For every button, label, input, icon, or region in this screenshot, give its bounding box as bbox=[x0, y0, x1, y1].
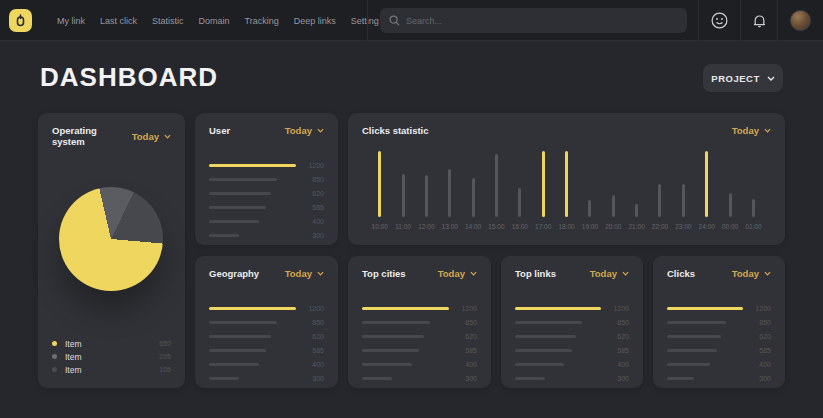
period-dropdown[interactable]: Today bbox=[132, 131, 171, 142]
vbar bbox=[425, 175, 428, 217]
time-label: 23:00 bbox=[675, 223, 691, 230]
hbar-row: 585 bbox=[667, 343, 771, 357]
notifications-button[interactable] bbox=[740, 0, 777, 41]
vbar-wrap bbox=[729, 151, 732, 217]
hbar-value: 400 bbox=[609, 361, 629, 368]
hbar-value: 1200 bbox=[609, 305, 629, 312]
hbar bbox=[362, 335, 424, 338]
project-dropdown-button[interactable]: PROJECT bbox=[703, 64, 783, 92]
search-input[interactable] bbox=[406, 16, 678, 26]
hbar bbox=[515, 335, 576, 338]
hbar bbox=[515, 363, 564, 366]
bell-icon bbox=[752, 13, 767, 29]
hbar-value: 585 bbox=[751, 347, 771, 354]
time-label: 18:00 bbox=[558, 223, 574, 230]
period-dropdown[interactable]: Today bbox=[285, 125, 324, 136]
hbar-track bbox=[667, 335, 743, 338]
vbar-column: 20:00 bbox=[602, 151, 625, 237]
time-label: 14:00 bbox=[465, 223, 481, 230]
vbar-column: 15:00 bbox=[485, 151, 508, 237]
vbar-column: 24:00 bbox=[695, 151, 718, 237]
chevron-down-icon bbox=[470, 271, 477, 276]
hbar-track bbox=[515, 307, 601, 310]
hbar bbox=[209, 321, 277, 324]
period-dropdown[interactable]: Today bbox=[732, 268, 771, 279]
vbar-column: 01:00 bbox=[742, 151, 765, 237]
hbar-value: 400 bbox=[304, 218, 324, 225]
hbar-track bbox=[209, 234, 296, 237]
period-label: Today bbox=[732, 125, 759, 136]
card-title: Geography bbox=[209, 268, 259, 279]
profile-menu[interactable] bbox=[777, 0, 823, 41]
hbar-track bbox=[362, 363, 449, 366]
legend-value: 650 bbox=[159, 340, 171, 347]
hbar-value: 300 bbox=[457, 375, 477, 382]
smiley-face-icon bbox=[711, 12, 728, 29]
vbar bbox=[402, 174, 405, 217]
hbar-row: 300 bbox=[515, 371, 629, 385]
vbar-wrap bbox=[542, 151, 545, 217]
nav-item-domain[interactable]: Domain bbox=[199, 16, 230, 26]
vbar-wrap bbox=[565, 151, 568, 217]
period-dropdown[interactable]: Today bbox=[732, 125, 771, 136]
hbar bbox=[667, 335, 721, 338]
nav-item-statistic[interactable]: Statistic bbox=[152, 16, 184, 26]
hbar bbox=[667, 363, 710, 366]
hbar-track bbox=[515, 321, 601, 324]
top-navbar: My linkLast clickStatisticDomainTracking… bbox=[0, 0, 823, 41]
nav-item-tracking[interactable]: Tracking bbox=[245, 16, 279, 26]
chevron-down-icon bbox=[622, 271, 629, 276]
vbar bbox=[729, 193, 732, 217]
app-logo[interactable] bbox=[9, 9, 32, 32]
vbar-column: 22:00 bbox=[648, 151, 671, 237]
nav-item-last-click[interactable]: Last click bbox=[100, 16, 137, 26]
vbar bbox=[705, 151, 708, 217]
time-label: 20:00 bbox=[605, 223, 621, 230]
legend-row: Item 650 bbox=[52, 337, 171, 350]
hbar-row: 400 bbox=[209, 214, 324, 228]
hbar-value: 1200 bbox=[751, 305, 771, 312]
search-bar[interactable] bbox=[380, 8, 687, 33]
hbar-track bbox=[515, 349, 601, 352]
search-icon bbox=[389, 15, 400, 26]
account-button[interactable] bbox=[698, 0, 740, 41]
chevron-down-icon bbox=[764, 128, 771, 133]
legend-label: Item bbox=[65, 339, 82, 349]
hbar bbox=[362, 363, 412, 366]
hbar-value: 300 bbox=[609, 375, 629, 382]
hbar-track bbox=[515, 335, 601, 338]
card-top-links: Top links Today 1200 850 bbox=[501, 256, 643, 388]
hbar bbox=[209, 335, 271, 338]
hbar-track bbox=[209, 178, 296, 181]
period-dropdown[interactable]: Today bbox=[438, 268, 477, 279]
nav-item-my-link[interactable]: My link bbox=[57, 16, 85, 26]
nav-item-deep-links[interactable]: Deep links bbox=[294, 16, 336, 26]
period-dropdown[interactable]: Today bbox=[590, 268, 629, 279]
period-dropdown[interactable]: Today bbox=[285, 268, 324, 279]
vbar-column: 18:00 bbox=[555, 151, 578, 237]
vbar-column: 14:00 bbox=[461, 151, 484, 237]
hbar-row: 585 bbox=[515, 343, 629, 357]
nav-item-setting[interactable]: Setting bbox=[351, 16, 379, 26]
period-label: Today bbox=[438, 268, 465, 279]
vbar bbox=[682, 184, 685, 217]
hbar-value: 1200 bbox=[304, 305, 324, 312]
hbar bbox=[667, 321, 726, 324]
hbar-row: 620 bbox=[515, 329, 629, 343]
hbar-track bbox=[362, 307, 449, 310]
hbar-track bbox=[209, 321, 296, 324]
hbar-value: 620 bbox=[609, 333, 629, 340]
hbar-track bbox=[209, 363, 296, 366]
hbar-row: 400 bbox=[362, 357, 477, 371]
hbar bbox=[515, 321, 582, 324]
legend-dot-icon bbox=[52, 341, 57, 346]
legend-dot-icon bbox=[52, 354, 57, 359]
vbar-column: 17:00 bbox=[532, 151, 555, 237]
link-icon bbox=[15, 14, 26, 27]
legend-label: Item bbox=[65, 352, 82, 362]
chevron-down-icon bbox=[317, 271, 324, 276]
vbar-wrap bbox=[635, 151, 638, 217]
hbar-row: 300 bbox=[209, 371, 324, 385]
hbar-value: 850 bbox=[609, 319, 629, 326]
hbar-value: 850 bbox=[304, 319, 324, 326]
